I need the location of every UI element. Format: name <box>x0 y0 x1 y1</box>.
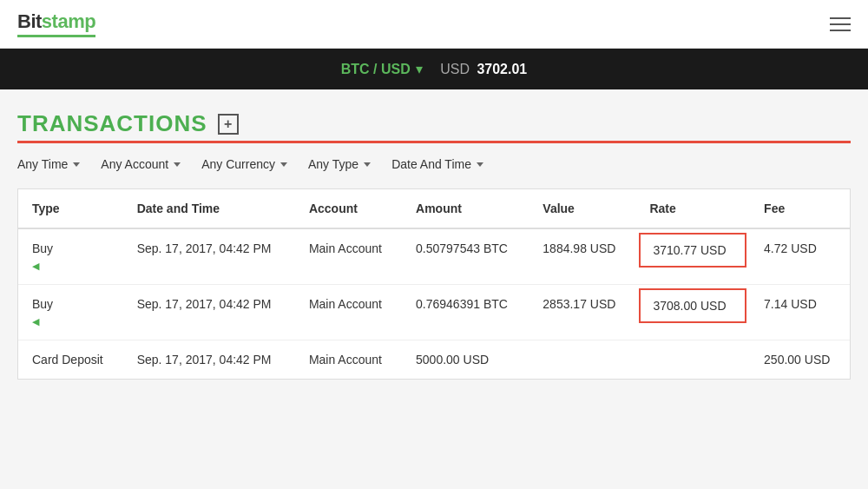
col-type: Type <box>18 189 123 228</box>
filter-any-time[interactable]: Any Time <box>17 157 80 171</box>
col-datetime: Date and Time <box>123 189 295 228</box>
cell-type: Buy◀ <box>18 285 123 340</box>
page-title: TRANSACTIONS <box>17 110 207 137</box>
filter-any-account[interactable]: Any Account <box>101 157 181 171</box>
filter-any-type-chevron <box>364 162 371 167</box>
filter-any-type[interactable]: Any Type <box>308 157 371 171</box>
cell-amount: 5000.00 USD <box>402 340 529 380</box>
table-row: Buy◀Sep. 17, 2017, 04:42 PMMain Account0… <box>18 228 850 285</box>
col-account: Account <box>295 189 402 228</box>
filter-date-and-time-label: Date And Time <box>391 157 471 171</box>
cell-rate: 3710.77 USD <box>635 228 750 285</box>
filter-date-and-time[interactable]: Date And Time <box>391 157 483 171</box>
filter-any-currency[interactable]: Any Currency <box>201 157 287 171</box>
title-underline <box>17 141 851 143</box>
col-rate: Rate <box>635 189 750 228</box>
cell-value <box>529 340 635 380</box>
currency-pair[interactable]: BTC / USD <box>341 62 411 76</box>
add-transaction-button[interactable]: + <box>218 114 239 135</box>
ticker-bar: BTC / USD▾ USD 3702.01 <box>0 49 868 89</box>
filter-any-type-label: Any Type <box>308 157 358 171</box>
cell-account: Main Account <box>295 285 402 340</box>
filter-any-time-label: Any Time <box>17 157 68 171</box>
cell-type: Card Deposit <box>18 340 123 380</box>
cell-rate: 3708.00 USD <box>635 285 750 340</box>
cell-account: Main Account <box>295 340 402 380</box>
col-amount: Amount <box>402 189 529 228</box>
cell-rate <box>635 340 750 380</box>
filters-row: Any Time Any Account Any Currency Any Ty… <box>17 157 851 171</box>
main-content: TRANSACTIONS + Any Time Any Account Any … <box>0 89 868 400</box>
cell-account: Main Account <box>295 228 402 285</box>
cell-fee: 250.00 USD <box>750 340 850 380</box>
cell-fee: 4.72 USD <box>750 228 850 285</box>
usd-label: USD <box>440 62 470 76</box>
cell-value: 1884.98 USD <box>529 228 635 285</box>
cell-amount: 0.76946391 BTC <box>402 285 529 340</box>
filter-any-account-chevron <box>174 162 181 167</box>
col-fee: Fee <box>750 189 850 228</box>
table-header-row: Type Date and Time Account Amount Value … <box>18 189 850 228</box>
cell-datetime: Sep. 17, 2017, 04:42 PM <box>123 228 295 285</box>
filter-any-account-label: Any Account <box>101 157 168 171</box>
pair-chevron: ▾ <box>416 62 423 76</box>
filter-any-currency-label: Any Currency <box>201 157 275 171</box>
col-value: Value <box>529 189 635 228</box>
table-row: Card DepositSep. 17, 2017, 04:42 PMMain … <box>18 340 850 380</box>
cell-datetime: Sep. 17, 2017, 04:42 PM <box>123 340 295 380</box>
logo[interactable]: Bitstamp <box>17 10 95 37</box>
expand-arrow-icon[interactable]: ◀ <box>32 261 109 272</box>
filter-any-currency-chevron <box>280 162 287 167</box>
top-navigation: Bitstamp <box>0 0 868 49</box>
page-title-row: TRANSACTIONS + <box>17 110 851 137</box>
table-row: Buy◀Sep. 17, 2017, 04:42 PMMain Account0… <box>18 285 850 340</box>
filter-any-time-chevron <box>73 162 80 167</box>
expand-arrow-icon[interactable]: ◀ <box>32 316 109 327</box>
filter-date-and-time-chevron <box>477 162 483 167</box>
cell-type: Buy◀ <box>18 228 123 285</box>
transactions-table: Type Date and Time Account Amount Value … <box>17 188 851 380</box>
cell-fee: 7.14 USD <box>750 285 850 340</box>
cell-datetime: Sep. 17, 2017, 04:42 PM <box>123 285 295 340</box>
ticker-price: 3702.01 <box>477 62 527 76</box>
cell-amount: 0.50797543 BTC <box>402 228 529 285</box>
hamburger-menu[interactable] <box>830 17 851 31</box>
cell-value: 2853.17 USD <box>529 285 635 340</box>
